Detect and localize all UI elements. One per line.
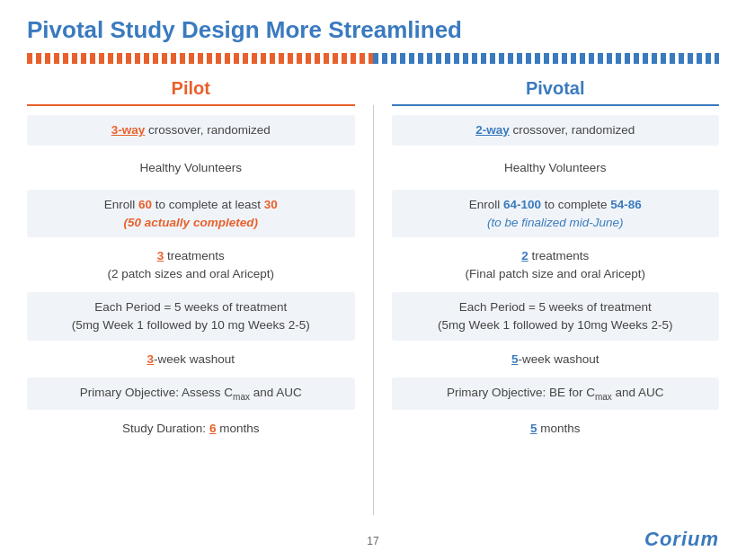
pilot-enroll-pre: Enroll [104, 198, 138, 211]
pilot-period-line1: Each Period = 5 weeks of treatment [94, 300, 287, 314]
pivotal-enroll-num2: 54-86 [610, 198, 642, 211]
pivotal-washout-text: -week washout [518, 352, 599, 366]
pilot-treatments-text: treatments [164, 249, 225, 262]
pilot-row1-highlight: 3-way [111, 123, 146, 137]
pivotal-objective-post: and AUC [612, 386, 664, 399]
pilot-washout-num: 3 [147, 352, 154, 366]
pilot-row8: Study Duration: 6 months [27, 413, 355, 444]
pilot-enroll-note: (50 actually completed) [124, 216, 258, 229]
pilot-enroll-num2: 30 [264, 198, 278, 211]
pivotal-treatments-detail: (Final patch size and oral Aricept) [466, 267, 645, 280]
pivotal-period-line1: Each Period = 5 weeks of treatment [459, 300, 652, 314]
pilot-washout-text: -week washout [154, 352, 235, 366]
pivotal-row1-highlight: 2-way [475, 123, 510, 137]
pilot-objective-sub: max [233, 392, 250, 402]
pivotal-row8: 5 months [392, 413, 720, 444]
pivotal-enroll-note: (to be finalized mid-June) [487, 216, 624, 229]
pivotal-enroll-pre: Enroll [469, 198, 503, 211]
pilot-treatments-detail: (2 patch sizes and oral Aricept) [108, 267, 274, 280]
content-columns: Pilot 3-way crossover, randomized Health… [27, 78, 719, 524]
pilot-duration-post: months [216, 422, 259, 435]
pilot-row7: Primary Objective: Assess Cmax and AUC [27, 378, 355, 410]
pilot-enroll-mid: to complete at least [152, 198, 264, 211]
footer: 17 Corium [27, 531, 719, 551]
pivotal-row3: Enroll 64-100 to complete 54-86 (to be f… [392, 190, 720, 237]
pilot-row5: Each Period = 5 weeks of treatment (5mg … [27, 292, 355, 340]
pivotal-row6: 5-week washout [392, 344, 720, 375]
pivotal-objective-sub: max [595, 392, 612, 402]
column-divider [373, 105, 374, 515]
pivotal-row7: Primary Objective: BE for Cmax and AUC [392, 378, 720, 410]
pivotal-period-line2: (5mg Week 1 followed by 10mg Weeks 2-5) [438, 318, 672, 332]
pivotal-row2: Healthy Volunteers [392, 153, 720, 183]
decorative-bar [27, 53, 719, 64]
pivotal-duration-post: months [537, 422, 580, 435]
pivotal-row4: 2 treatments (Final patch size and oral … [392, 241, 720, 289]
pilot-row3: Enroll 60 to complete at least 30 (50 ac… [27, 190, 355, 237]
pivotal-row5: Each Period = 5 weeks of treatment (5mg … [392, 292, 720, 340]
spacer2 [27, 182, 355, 190]
pivotal-healthy-volunteers: Healthy Volunteers [504, 161, 606, 174]
pivotal-column: Pivotal 2-way crossover, randomized Heal… [392, 78, 720, 524]
pilot-duration-pre: Study Duration: [122, 422, 209, 435]
pivotal-treatments-num: 2 [521, 249, 528, 262]
pivotal-objective-pre: Primary Objective: BE for C [447, 386, 595, 399]
pivotal-treatments-text: treatments [528, 249, 590, 262]
pivotal-header: Pivotal [392, 78, 720, 106]
pilot-header: Pilot [27, 78, 355, 106]
spacer8 [392, 146, 720, 153]
pilot-column: Pilot 3-way crossover, randomized Health… [27, 78, 355, 524]
pilot-objective-post: and AUC [250, 386, 302, 399]
pivotal-enroll-num1: 64-100 [503, 198, 541, 211]
pilot-healthy-volunteers: Healthy Volunteers [140, 161, 242, 174]
pilot-row1-text: crossover, randomized [148, 123, 271, 137]
pilot-objective-pre: Primary Objective: Assess C [80, 386, 233, 399]
pilot-row6: 3-week washout [27, 344, 355, 375]
page-number: 17 [367, 535, 378, 547]
pilot-row2: Healthy Volunteers [27, 153, 355, 183]
page-title: Pivotal Study Design More Streamlined [27, 16, 719, 44]
pilot-row1: 3-way crossover, randomized [27, 115, 355, 146]
corium-logo: Corium [644, 528, 719, 551]
page: Pivotal Study Design More Streamlined Pi… [0, 0, 746, 560]
spacer9 [392, 182, 720, 190]
pivotal-row1-text: crossover, randomized [512, 123, 635, 137]
pilot-enroll-num1: 60 [138, 198, 152, 211]
pivotal-enroll-mid: to complete [541, 198, 610, 211]
spacer1 [27, 146, 355, 153]
pilot-row4: 3 treatments (2 patch sizes and oral Ari… [27, 241, 355, 289]
pilot-period-line2: (5mg Week 1 followed by 10 mg Weeks 2-5) [72, 318, 310, 332]
pivotal-row1: 2-way crossover, randomized [392, 115, 720, 146]
